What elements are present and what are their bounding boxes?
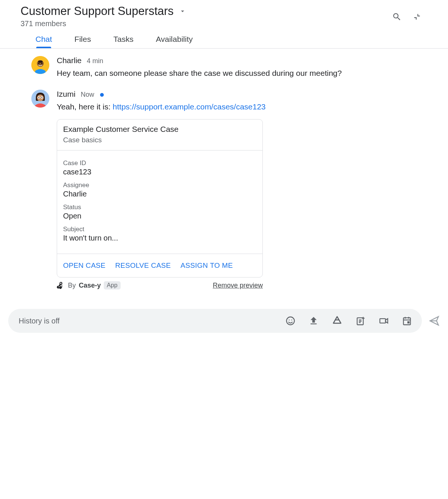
tabs: Chat Files Tasks Availability (0, 28, 448, 49)
tab-files[interactable]: Files (74, 32, 91, 48)
message-text: Yeah, here it is: https://support.exampl… (57, 101, 426, 113)
svg-point-10 (41, 97, 42, 97)
space-header: Customer Support Superstars 371 members (0, 0, 448, 28)
upload-icon[interactable] (308, 316, 319, 326)
preview-card: Example Customer Service Case Case basic… (57, 119, 263, 278)
field-label: Case ID (63, 159, 256, 167)
svg-rect-2 (38, 61, 43, 63)
resolve-case-button[interactable]: RESOLVE CASE (115, 261, 171, 270)
field-label: Status (63, 204, 256, 211)
tab-availability[interactable]: Availability (156, 32, 193, 48)
video-icon[interactable] (379, 316, 389, 326)
assign-to-me-button[interactable]: ASSIGN TO ME (181, 261, 233, 270)
message-time: 4 min (87, 57, 103, 65)
space-title: Customer Support Superstars (21, 4, 174, 18)
tab-tasks[interactable]: Tasks (113, 32, 134, 48)
message-author: Izumi (57, 90, 75, 99)
svg-rect-21 (404, 318, 411, 325)
collapse-icon[interactable] (412, 12, 422, 22)
emoji-icon[interactable] (285, 316, 296, 326)
webhook-icon (57, 281, 65, 289)
send-icon[interactable] (429, 315, 440, 326)
app-badge: App (104, 281, 120, 289)
message-list: Charlie 4 min Hey team, can someone plea… (0, 49, 448, 289)
svg-point-9 (38, 97, 39, 97)
field-label: Assignee (63, 182, 256, 189)
member-count: 371 members (21, 19, 392, 28)
drive-icon[interactable] (332, 315, 343, 326)
svg-point-13 (291, 320, 292, 320)
remove-preview-link[interactable]: Remove preview (213, 282, 263, 289)
svg-rect-23 (407, 321, 410, 323)
field-value: Charlie (63, 190, 256, 198)
field-value: case123 (63, 168, 256, 176)
card-attribution: By Case-y App (57, 281, 121, 289)
composer-placeholder: History is off (19, 317, 281, 325)
message-composer[interactable]: History is off (8, 309, 422, 333)
card-title: Example Customer Service Case (63, 125, 256, 134)
attribution-by: By (68, 282, 76, 289)
chevron-down-icon[interactable] (179, 7, 186, 15)
calendar-icon[interactable] (402, 316, 412, 326)
svg-point-11 (287, 317, 295, 325)
tab-chat[interactable]: Chat (35, 32, 52, 48)
card-subtitle: Case basics (63, 136, 256, 144)
avatar (31, 90, 49, 108)
svg-point-4 (41, 63, 43, 64)
svg-point-3 (38, 63, 40, 64)
attribution-app-name: Case-y (79, 282, 101, 289)
message: Izumi Now Yeah, here it is: https://supp… (31, 90, 426, 290)
message: Charlie 4 min Hey team, can someone plea… (31, 56, 426, 79)
open-case-button[interactable]: OPEN CASE (63, 261, 106, 270)
message-text-prefix: Yeah, here it is: (57, 102, 113, 111)
field-value: It won't turn on... (63, 234, 256, 242)
field-value: Open (63, 212, 256, 220)
message-time: Now (81, 91, 94, 99)
field-label: Subject (63, 226, 256, 233)
message-author: Charlie (57, 56, 82, 65)
create-doc-icon[interactable] (355, 316, 366, 326)
svg-point-12 (289, 320, 289, 320)
svg-rect-20 (380, 319, 386, 323)
search-icon[interactable] (392, 12, 402, 22)
avatar (31, 56, 49, 74)
message-link[interactable]: https://support.example.com/cases/case12… (113, 102, 266, 111)
message-text: Hey team, can someone please share the c… (57, 67, 426, 79)
status-dot-icon (100, 93, 104, 97)
composer-area: History is off (0, 300, 448, 337)
